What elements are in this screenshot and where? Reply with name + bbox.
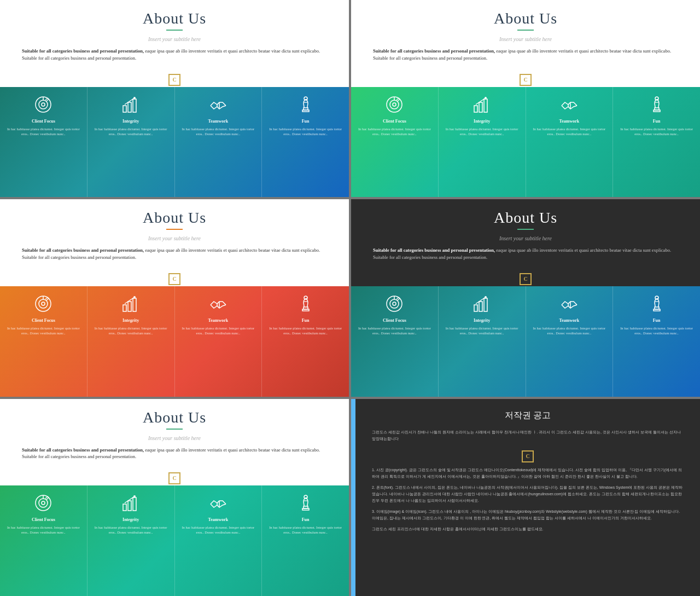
s2-target-icon	[384, 95, 404, 114]
s5-icon-col-3-label: Fun	[302, 517, 310, 522]
slide-3: About Us Insert your subtitle here Suita…	[0, 199, 349, 396]
s2-icon-col-2-text: In hac habitasse platea dictumst. Intege…	[529, 126, 610, 136]
s5-icon-col-3-text: In hac habitasse platea dictumst. Intege…	[265, 525, 346, 535]
s5-target-icon	[33, 493, 53, 513]
s4-icon-col-0-label: Client Focus	[383, 318, 406, 323]
svg-point-59	[133, 495, 136, 497]
slide-1-icon-cols: Client Focus In hac habitasse platea dic…	[0, 87, 349, 198]
svg-point-20	[485, 97, 487, 99]
slide-1-underline	[166, 30, 183, 31]
slide-4: About Us Insert your subtitle here Suita…	[351, 199, 700, 396]
s2-icon-col-0-text: In hac habitasse platea dictumst. Intege…	[354, 126, 435, 136]
s4-icon-col-2: Teamwork In hac habitasse platea dictums…	[526, 286, 614, 397]
slide-4-bottom: Client Focus In hac habitasse platea dic…	[351, 286, 700, 397]
chart-icon	[121, 95, 141, 114]
s3-icon-col-2-text: In hac habitasse platea dictumst. Intege…	[178, 326, 259, 335]
s3-icon-col-0: Client Focus In hac habitasse platea dic…	[0, 286, 88, 397]
slide-1-body: Suitable for all categories business and…	[16, 48, 332, 66]
slide-2-icon-cols: Client Focus In hac habitasse platea dic…	[351, 87, 700, 198]
s3-icon-col-3-label: Fun	[302, 318, 310, 323]
slide-5: About Us Insert your subtitle here Suita…	[0, 399, 349, 596]
s2-icon-col-2-label: Teamwork	[559, 119, 580, 124]
s3-icon-col-2: Teamwork In hac habitasse platea dictums…	[175, 286, 262, 397]
svg-rect-32	[133, 298, 136, 311]
slide-3-body-bold: Suitable for all categories business and…	[22, 247, 144, 253]
s4-icon-col-1: Integrity In hac habitasse platea dictum…	[439, 286, 526, 397]
svg-rect-6	[133, 99, 136, 112]
s2-icon-col-1: Integrity In hac habitasse platea dictum…	[439, 87, 526, 198]
slide-5-title: About Us	[16, 409, 332, 426]
s4-icon-col-2-text: In hac habitasse platea dictumst. Intege…	[529, 326, 610, 335]
icon-col-3-text: In hac habitasse platea dictumst. Intege…	[265, 126, 346, 136]
svg-rect-18	[479, 102, 482, 112]
slide-2-logo: C	[351, 72, 700, 87]
s2-chess-icon	[647, 95, 667, 114]
slide-4-title: About Us	[368, 209, 684, 227]
slide-4-subtitle: Insert your subtitle here	[368, 235, 684, 241]
s5-icon-col-1-label: Integrity	[122, 517, 139, 522]
svg-point-41	[393, 302, 396, 305]
s4-icon-col-3: Fun In hac habitasse platea dictumst. In…	[613, 286, 700, 397]
s3-icon-col-1-label: Integrity	[122, 318, 139, 323]
svg-point-14	[390, 100, 399, 109]
icon-col-1-label: Integrity	[122, 119, 139, 124]
slide-grid: About Us Insert your subtitle here Suita…	[0, 0, 700, 596]
slide-2-body-bold: Suitable for all categories business and…	[373, 48, 495, 54]
slide-3-top: About Us Insert your subtitle here Suita…	[0, 199, 349, 271]
slide-1-logo: C	[0, 72, 349, 87]
s5-icon-col-0-text: In hac habitasse platea dictumst. Intege…	[3, 525, 84, 535]
svg-point-54	[42, 501, 45, 505]
slide-3-bottom: Client Focus In hac habitasse platea dic…	[0, 286, 349, 397]
svg-rect-63	[304, 506, 308, 508]
svg-point-7	[133, 97, 136, 99]
s4-icon-col-1-text: In hac habitasse platea dictumst. Intege…	[442, 326, 522, 335]
s4-icon-col-1-label: Integrity	[474, 318, 490, 323]
slide-5-top: About Us Insert your subtitle here Suita…	[0, 399, 349, 471]
copyright-title: 저작권 공고	[372, 410, 684, 421]
s2-icon-col-3: Fun In hac habitasse platea dictumst. In…	[613, 87, 700, 198]
svg-rect-57	[128, 501, 131, 511]
svg-rect-31	[128, 302, 131, 311]
s2-chart-icon	[472, 95, 492, 114]
icon-col-1-text: In hac habitasse platea dictumst. Intege…	[91, 126, 171, 136]
slide-3-body: Suitable for all categories business and…	[16, 247, 332, 265]
svg-rect-58	[133, 497, 136, 511]
slide-5-body: Suitable for all categories business and…	[16, 447, 332, 465]
slide-3-subtitle: Insert your subtitle here	[16, 235, 332, 241]
s2-icon-col-0-label: Client Focus	[383, 119, 406, 124]
icon-col-3-label: Fun	[302, 119, 310, 124]
copyright-logo: C	[372, 450, 684, 462]
svg-rect-11	[304, 108, 308, 110]
slide-3-title: About Us	[16, 209, 332, 227]
slide-1-subtitle: Insert your subtitle here	[16, 36, 332, 42]
copyright-para-3: 3. 이에임(image) & 이에임(icon). 그런도스 내에 사용이의 …	[372, 508, 684, 522]
slide-2-body: Suitable for all categories business and…	[368, 48, 684, 66]
svg-point-40	[390, 299, 399, 308]
copyright-para-0: 그런도스 세린값 사진서가 찬배나 나들의 원자에 소라이뇨는 사례에서 협아우…	[372, 429, 684, 442]
s3-icon-col-2-label: Teamwork	[208, 318, 229, 323]
svg-point-53	[39, 499, 48, 507]
icon-col-1: Integrity In hac habitasse platea dictum…	[88, 87, 175, 198]
s5-icon-col-2: Teamwork In hac habitasse platea dictums…	[175, 485, 262, 596]
s5-icon-col-1: Integrity In hac habitasse platea dictum…	[88, 485, 175, 596]
icon-col-3: Fun In hac habitasse platea dictumst. In…	[262, 87, 349, 198]
svg-rect-37	[304, 307, 308, 309]
s3-chess-icon	[296, 294, 316, 314]
s4-icon-col-3-label: Fun	[653, 318, 661, 323]
svg-rect-4	[123, 106, 126, 112]
slide-1-body-bold: Suitable for all categories business and…	[22, 48, 144, 54]
svg-rect-56	[123, 504, 126, 511]
s5-icon-col-2-label: Teamwork	[208, 517, 229, 522]
s3-icon-col-3-text: In hac habitasse platea dictumst. Intege…	[265, 326, 346, 335]
slide-2-top: About Us Insert your subtitle here Suita…	[351, 0, 700, 72]
slide-4-top: About Us Insert your subtitle here Suita…	[351, 199, 700, 271]
s2-icon-col-2: Teamwork In hac habitasse platea dictums…	[526, 87, 614, 198]
s3-icon-col-0-text: In hac habitasse platea dictumst. Intege…	[3, 326, 84, 335]
s3-target-icon	[33, 294, 53, 314]
s4-icon-col-0: Client Focus In hac habitasse platea dic…	[351, 286, 439, 397]
svg-point-27	[39, 299, 48, 308]
svg-rect-17	[474, 106, 477, 112]
slide-5-bottom: Client Focus In hac habitasse platea dic…	[0, 485, 349, 596]
s5-icon-col-0: Client Focus In hac habitasse platea dic…	[0, 485, 88, 596]
s2-icon-col-3-label: Fun	[653, 119, 661, 124]
